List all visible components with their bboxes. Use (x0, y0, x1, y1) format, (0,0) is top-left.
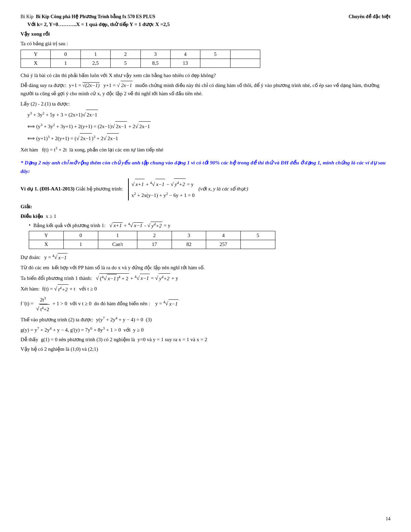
lay2: Lấy (2) - 2.(1) ta được: (21, 100, 390, 108)
bullet-bang-ket-qua: • Bảng kết quả với phương trình 1: √x+1 … (29, 222, 390, 229)
table1-row-5: 5 (111, 59, 140, 68)
t2-r-empty (241, 240, 275, 249)
table1-header-2: 2 (111, 50, 140, 59)
table1-row-85: 8,5 (140, 59, 170, 68)
de-thay: Dễ thấy g(1) = 0 nên phương trình (3) có… (21, 335, 390, 344)
dieu-kien: Điều kiện x ≥ 1 (21, 212, 390, 220)
section-italic: * Dạng 2 này anh chỉ mở rộng thêm còn ch… (21, 159, 390, 176)
table1-header-0: 0 (51, 50, 80, 59)
table2: Y 0 1 2 3 4 5 X 1 Can't 17 82 257 (29, 231, 275, 249)
table1-row-e2 (230, 59, 260, 68)
table1-header-3: 3 (140, 50, 170, 59)
sys-eq2: x2 + 2x(y−1) + y2 − 6y + 1 = 0 (132, 190, 195, 200)
t2-r-17: 17 (137, 240, 172, 249)
table1-row-13: 13 (170, 59, 200, 68)
header-left: Bí Kíp Bí Kíp Công phá Hệ Phương Trình b… (21, 14, 155, 20)
xet-ham: Xét hàm f(t) = t3 + 2t là xong, phần còn… (21, 145, 390, 154)
t2-h-1: 1 (98, 231, 137, 240)
ta-bien-doi: Ta biến đổi phương trình 1 thành: √(4√x−… (21, 273, 390, 283)
table1-intro: Ta có bảng giá trị sau : (21, 39, 390, 48)
header-right: Chuyên đề đặc biệt (349, 14, 390, 20)
du-doan: Dự đoán: y = 4√x−1 (21, 252, 390, 262)
table1-row-1: 1 (51, 59, 80, 68)
page-number: 14 (386, 516, 390, 522)
t2-h-4: 4 (206, 231, 241, 240)
example1-title: Ví dụ 1. (ĐH-AA1-2013) Giải hệ phương tr… (21, 178, 390, 200)
vay-he: Vậy hệ có 2 nghiệm là (1;0) và (2;1) (21, 345, 390, 353)
t2-h-3: 3 (172, 231, 206, 240)
table1-header-5: 5 (200, 50, 230, 59)
t2-h-0: 0 (63, 231, 98, 240)
table1-header-4: 4 (170, 50, 200, 59)
t2-h-2: 2 (137, 231, 172, 240)
header-line: Bí Kíp Bí Kíp Công phá Hệ Phương Trình b… (21, 14, 390, 20)
table1-header-1: 1 (80, 50, 110, 59)
tu-do: Từ đó các em kết hợp với PP hàm số là ra… (21, 263, 390, 272)
table1-row-x: X (21, 59, 51, 68)
eq3-block: ⟺ (y+1)3 + 2(y+1) = (√2x−1)3 + 2√2x−1 (27, 133, 390, 144)
giai-label: Giải: (21, 202, 390, 211)
para1: Chú ý là bài có căn thì phải bấm luôn vớ… (21, 71, 390, 79)
table1: Y 0 1 2 3 4 5 X 1 2,5 5 8,5 13 (21, 50, 260, 68)
sys-eq1: √x+1 + 4√x−1 − √y4+2 = y (132, 178, 195, 190)
bang-ket-qua-text: Bảng kết quả với phương trình 1: √x+1 + … (33, 222, 170, 229)
bullet-dot: • (29, 222, 30, 228)
f-prime: f '(t) = 2t3 √t4+2 + 1 > 0 với v t ≥ 0 d… (21, 295, 390, 313)
table1-header-empty (230, 50, 260, 59)
t2-h-y: Y (29, 231, 64, 240)
t2-r-257: 257 (206, 240, 241, 249)
vay-xong: Vậy xong rồi (21, 30, 390, 38)
table1-row-e1 (200, 59, 230, 68)
eq2-block: ⟺ (y3 + 3y2 + 3y+1) + 2(y+1) = (2x−1)√2x… (27, 121, 390, 132)
t2-r-cant: Can't (98, 240, 137, 249)
t2-h-5: 5 (241, 231, 275, 240)
intro-line: Với k= 2, Y=0………..X = 1 quá đẹp, thử tiế… (27, 20, 390, 28)
xet-ham2: Xét hàm: f(t) = √t4+2 + t với t ≥ 0 (21, 284, 390, 294)
para2: Dễ dàng suy ra được: y+1 = √(2x−1) y+1 =… (21, 81, 390, 98)
t2-r-82: 82 (172, 240, 206, 249)
g-y: g(y) = y7 + 2y4 + y − 4, g'(y) = 7y6 + 8… (21, 325, 390, 334)
eq1-block: y3 + 3y2 + 5y + 3 = (2x+1)√2x−1 (27, 109, 390, 120)
table1-row-25: 2,5 (80, 59, 110, 68)
t2-r-x: X (29, 240, 64, 249)
the-vao: Thế vào phương trình (2) ta được: y(y7 +… (21, 315, 390, 324)
t2-r-1: 1 (63, 240, 98, 249)
table1-header-y: Y (21, 50, 51, 59)
